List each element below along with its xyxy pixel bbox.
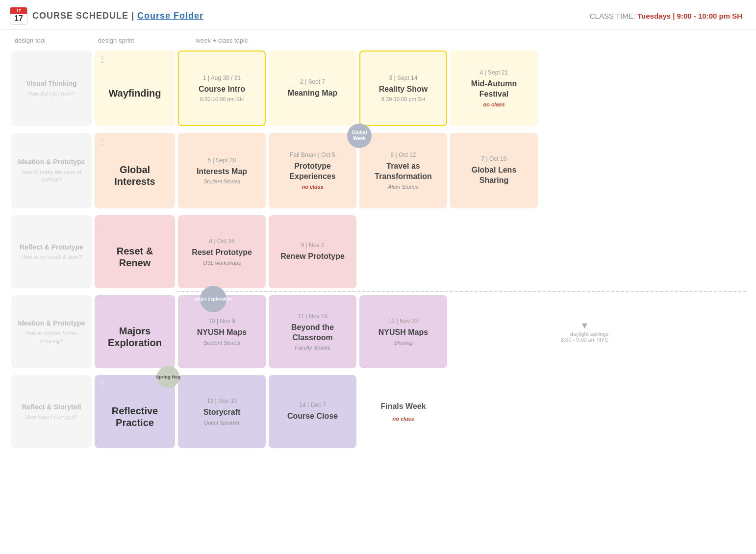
sprint-global-interests: 2 Global Interests [95, 133, 175, 208]
week-meaning-map: 2 | Sept 7 Meaning Map [269, 50, 356, 126]
col-6 [539, 34, 630, 47]
tool-name: Ideation & Prototype [17, 319, 86, 328]
week-reality-show: 3 | Sept 14 Reality Show 8:30-10:00 pm S… [359, 50, 447, 126]
tool-name: Visual Thinking [17, 79, 86, 89]
badge-spring-reg: Spring Reg [157, 366, 179, 388]
tool-ideation-prototype-2: Ideation & Prototype How to explore befo… [11, 295, 92, 368]
col-4 [358, 34, 449, 47]
header: 17 17 COURSE SCHEDULE | Course Folder CL… [0, 0, 756, 30]
badge-major-exploration: Major Explora­tion [200, 286, 227, 312]
empty-5 [450, 215, 538, 288]
sprint-majors-exploration: 4 Majors Exploration [95, 295, 175, 368]
week-interests-map: 5 | Sept 28 Interests Map Student Storie… [178, 133, 266, 208]
week-fall-break: Fall Break | Oct 5 Prototype Experiences… [269, 133, 356, 208]
col-5 [449, 34, 539, 47]
week-storycraft: 13 | Nov 30 Storycraft Guest Speaker [178, 375, 266, 448]
empty-8 [450, 375, 538, 448]
week-finals: Finals Week no class [359, 375, 447, 448]
week-travel-transformation: 6 | Oct 12 Travel as Transformation Alum… [359, 133, 447, 208]
week-course-close: 14 | Dec 7 Course Close [269, 375, 356, 448]
schedule-grid: Visual Thinking How did I get here? 1 Wa… [0, 49, 756, 450]
empty-2 [631, 50, 682, 126]
header-title: COURSE SCHEDULE | Course Folder [32, 11, 203, 21]
daylight-text: daylight savings8:00 - 9:00 am NYC [561, 331, 608, 343]
week-renew-prototype: 9 | Nov 2 Renew Prototype [269, 215, 356, 288]
week-course-intro: 1 | Aug 30 / 31 Course Intro 8:30-10:00 … [178, 50, 266, 126]
empty-9 [541, 375, 629, 448]
tool-sub: How did I get here? [17, 90, 86, 98]
sprint-name: Global Interests [101, 164, 169, 187]
col-3 [267, 34, 358, 47]
daylight-savings: ▼ daylight savings8:00 - 9:00 am NYC [541, 295, 629, 368]
column-headers: design tool design sprint week + class t… [0, 34, 756, 47]
badge-global-week: GlobalWeek [347, 124, 372, 148]
empty-1 [541, 50, 629, 126]
sprint-name: Reflective Practice [101, 405, 169, 428]
empty-4 [359, 215, 447, 288]
week-nyush-maps-sharing: 12 | Nov 23 NYUSH Maps Sharing [359, 295, 447, 368]
tool-name: Reflect & Storytell [17, 403, 86, 412]
row-majors-exploration: Major Explora­tion Ideation & Prototype … [10, 294, 746, 370]
row-visual-thinking: Visual Thinking How did I get here? 1 Wa… [10, 49, 746, 127]
tool-reflect-prototype: Reflect & Prototype How to not crash & b… [11, 215, 92, 288]
tool-ideation-prototype-1: Ideation & Prototype How to make the mos… [11, 133, 92, 208]
tool-sub: How to explore before focusing? [17, 329, 86, 345]
week-global-lens: 7 | Oct 19 Global Lens Sharing [450, 133, 538, 208]
tool-name: Reflect & Prototype [17, 243, 86, 252]
col-design-sprint: design sprint [93, 34, 176, 47]
tool-sub: How to not crash & burn? [17, 253, 86, 261]
row-reset-renew: Reflect & Prototype How to not crash & b… [10, 214, 746, 290]
week-mid-autumn: 4 | Sept 21 Mid-Autumn Festival no class [450, 50, 538, 126]
calendar-icon: 17 17 [10, 7, 27, 25]
empty-6 [541, 215, 629, 288]
week-beyond-classroom: 11 | Nov 16 Beyond the Classroom Faculty… [269, 295, 356, 368]
row-global-interests: GlobalWeek Ideation & Prototype How to m… [10, 131, 746, 210]
tool-sub: How have I changed? [17, 413, 86, 421]
class-time: CLASS TIME: Tuesdays | 9:00 - 10:00 pm S… [590, 12, 742, 20]
sprint-reset-renew: 3 Reset & Renew [95, 215, 175, 288]
sprint-name: Reset & Renew [101, 245, 169, 269]
tool-name: Ideation & Prototype [17, 157, 86, 167]
sprint-name: Majors Exploration [101, 325, 169, 349]
week-reset-prototype: 8 | Oct 26 Reset Prototype OSL workshops [178, 215, 266, 288]
row-reflective-practice: Spring Reg Reflect & Storytell How have … [10, 374, 746, 450]
cal-month: 17 [10, 7, 27, 14]
col-design-tool: design tool [10, 34, 93, 47]
empty-3 [541, 133, 629, 208]
tool-visual-thinking: Visual Thinking How did I get here? [11, 50, 92, 126]
col-week-topic: week + class topic [176, 34, 267, 47]
course-folder-link[interactable]: Course Folder [137, 11, 203, 21]
sprint-name: Wayfinding [101, 87, 169, 99]
header-left: 17 17 COURSE SCHEDULE | Course Folder [10, 7, 203, 25]
sprint-wayfinding: 1 Wayfinding [95, 50, 175, 126]
tool-reflect-storytell: Reflect & Storytell How have I changed? [11, 375, 92, 448]
empty-7 [450, 295, 538, 368]
col-7 [630, 34, 684, 47]
tool-sub: How to make the most of college? [17, 169, 86, 184]
